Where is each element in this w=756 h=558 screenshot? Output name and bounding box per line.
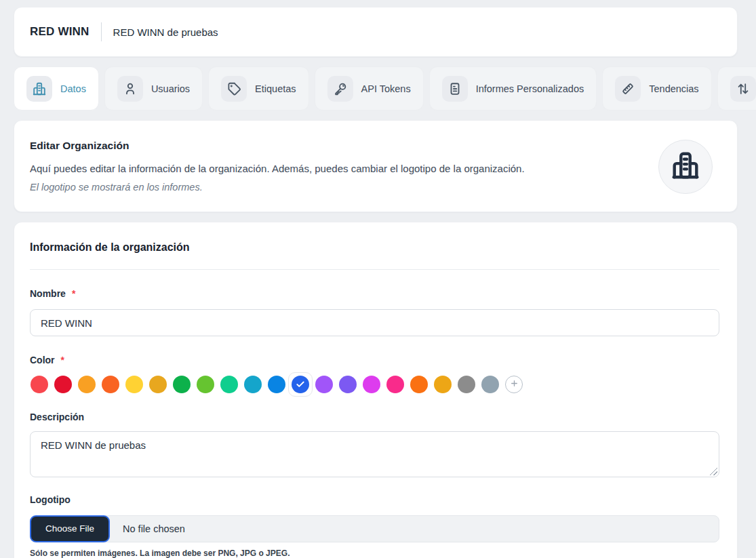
check-icon: [296, 380, 305, 389]
tab-label: Tendencias: [649, 83, 698, 94]
tab-importar-exportar[interactable]: Importar/Exportar: [717, 66, 756, 111]
header-divider: [101, 22, 102, 41]
name-input[interactable]: [30, 309, 719, 336]
edit-organization-description: Aquí puedes editar la información de la …: [30, 163, 525, 174]
description-textarea[interactable]: RED WINN de pruebas: [30, 431, 719, 477]
plus-icon: [510, 379, 519, 390]
name-label: Nombre*: [30, 288, 75, 299]
color-swatch[interactable]: [149, 376, 167, 393]
section-title: Información de la organización: [30, 241, 190, 254]
tab-etiquetas[interactable]: Etiquetas: [208, 66, 309, 111]
organization-info-card: Información de la organización Nombre* C…: [14, 222, 738, 558]
tab-api-tokens[interactable]: API Tokens: [315, 66, 424, 111]
file-status-text: No file chosen: [123, 523, 185, 534]
tab-datos[interactable]: Datos: [14, 66, 99, 111]
color-swatch[interactable]: [220, 376, 238, 393]
tab-label: Informes Personalizados: [476, 83, 584, 94]
tab-usuarios[interactable]: Usuarios: [104, 66, 203, 111]
color-swatch[interactable]: [54, 376, 72, 393]
edit-organization-title: Editar Organización: [30, 140, 129, 152]
add-color-button[interactable]: [505, 376, 523, 393]
color-swatch[interactable]: [268, 376, 285, 393]
edit-organization-note: El logotipo se mostrará en los informes.: [30, 182, 203, 193]
ruler-icon: [615, 76, 641, 102]
color-swatch[interactable]: [102, 376, 119, 393]
color-swatches: [31, 372, 523, 397]
color-swatch[interactable]: [434, 376, 452, 393]
description-field-wrap: RED WINN de pruebas: [30, 431, 719, 477]
tab-informes-personalizados[interactable]: Informes Personalizados: [429, 66, 597, 111]
color-swatch[interactable]: [173, 376, 191, 393]
tab-tendencias[interactable]: Tendencias: [602, 66, 711, 111]
color-swatch[interactable]: [78, 376, 96, 393]
building-icon: [670, 150, 701, 184]
color-swatch-selected[interactable]: [288, 372, 313, 397]
tag-icon: [221, 76, 247, 102]
tab-bar: Datos Usuarios Etiquetas API Tok: [14, 66, 756, 111]
color-swatch[interactable]: [458, 376, 475, 393]
logo-label: Logotipo: [30, 494, 71, 505]
required-asterisk: *: [61, 355, 64, 365]
tab-label: API Tokens: [361, 83, 411, 94]
color-swatch[interactable]: [386, 376, 404, 393]
import-export-icon: [730, 76, 756, 102]
edit-organization-card: Editar Organización Aquí puedes editar l…: [14, 120, 738, 212]
section-divider: [30, 269, 719, 270]
color-swatch[interactable]: [339, 376, 357, 393]
color-swatch[interactable]: [410, 376, 428, 393]
user-icon: [117, 76, 143, 102]
report-icon: [442, 76, 468, 102]
color-label: Color*: [30, 355, 64, 365]
color-swatch[interactable]: [315, 376, 333, 393]
org-header-card: RED WINN RED WINN de pruebas: [14, 7, 738, 57]
key-icon: [327, 76, 353, 102]
color-swatch[interactable]: [125, 376, 143, 393]
org-subtitle: RED WINN de pruebas: [113, 26, 218, 38]
org-name: RED WINN: [30, 25, 89, 39]
color-swatch[interactable]: [481, 376, 499, 393]
logo-file-input[interactable]: Choose File No file chosen: [30, 515, 719, 542]
building-icon: [26, 76, 52, 102]
tab-label: Etiquetas: [255, 83, 296, 94]
logo-helper-text: Sólo se permiten imágenes. La imagen deb…: [30, 549, 290, 558]
choose-file-button[interactable]: Choose File: [30, 515, 110, 542]
tab-label: Datos: [60, 83, 86, 94]
color-swatch[interactable]: [244, 376, 262, 393]
color-swatch[interactable]: [197, 376, 214, 393]
color-swatch[interactable]: [31, 376, 48, 393]
description-label: Descripción: [30, 412, 84, 422]
tab-label: Usuarios: [151, 83, 190, 94]
required-asterisk: *: [72, 288, 75, 299]
color-swatch[interactable]: [363, 376, 380, 393]
organization-avatar: [658, 140, 713, 194]
